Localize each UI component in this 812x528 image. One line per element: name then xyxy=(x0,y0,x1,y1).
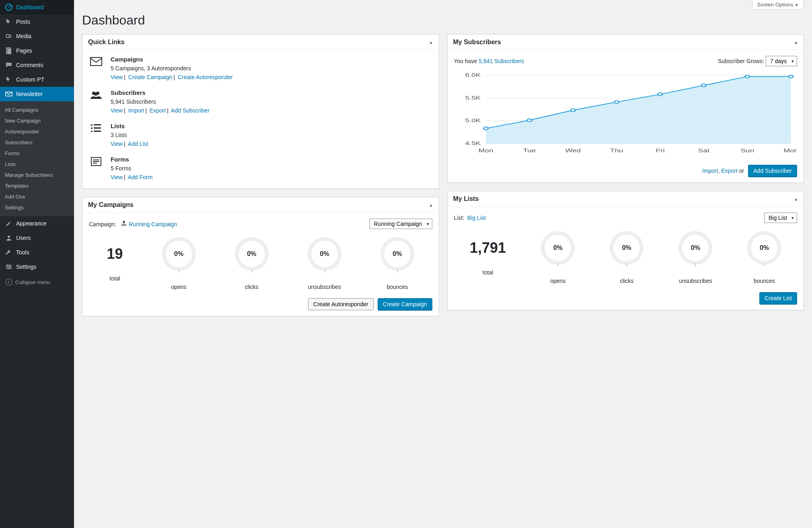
my-subscribers-header[interactable]: My Subscribers ▲ xyxy=(448,35,804,50)
sidebar-sub-all-campaigns[interactable]: All Campaigns xyxy=(0,104,74,115)
sidebar-item-label: Custom PT xyxy=(16,76,44,83)
main-content: Screen Options ▼ Dashboard Quick Links ▲… xyxy=(74,0,812,528)
sidebar-item-appearance[interactable]: Appearance xyxy=(0,216,74,231)
grows-select[interactable]: 7 days xyxy=(766,56,797,66)
svg-rect-17 xyxy=(94,127,101,129)
create-autoresponder-button[interactable]: Create Autoresponder xyxy=(308,298,374,310)
list-bounces-value: 0% xyxy=(760,244,769,252)
svg-rect-24 xyxy=(121,225,126,225)
svg-text:4.5K: 4.5K xyxy=(465,141,481,146)
ql-lists-title: Lists xyxy=(111,123,432,129)
clicks-label: clicks xyxy=(235,284,269,290)
svg-marker-33 xyxy=(486,76,791,143)
sidebar-item-label: Users xyxy=(16,235,31,241)
campaign-label: Campaign: xyxy=(89,221,116,227)
screen-options-label: Screen Options xyxy=(757,2,793,8)
create-list-button[interactable]: Create List xyxy=(759,292,797,304)
ql-add-subscriber-link[interactable]: Add Subscriber xyxy=(171,107,210,114)
grows-label: Subscriber Grows: xyxy=(718,58,764,64)
svg-text:Tue: Tue xyxy=(523,148,536,153)
sidebar-sub-settings[interactable]: Settings xyxy=(0,202,74,213)
collapse-menu-button[interactable]: Collapse menu xyxy=(0,274,74,290)
ql-export-link[interactable]: Export xyxy=(150,107,166,114)
quick-links-header[interactable]: Quick Links ▲ xyxy=(82,35,439,50)
svg-point-36 xyxy=(571,109,575,112)
svg-rect-15 xyxy=(94,124,101,125)
opens-value: 0% xyxy=(174,250,183,258)
ql-campaigns-subtitle: 5 Campaigns, 3 Autoresponders xyxy=(111,65,432,72)
sidebar-submenu: All Campaigns New Campaign Autoresponder… xyxy=(0,101,74,216)
ql-lists-subtitle: 3 Lists xyxy=(111,132,432,138)
sidebar-sub-manage-subscribers[interactable]: Manage Subscribers xyxy=(0,170,74,180)
svg-point-13 xyxy=(94,92,97,96)
sidebar-item-pages[interactable]: Pages xyxy=(0,43,74,58)
sidebar-sub-new-campaign[interactable]: New Campaign xyxy=(0,115,74,126)
my-subscribers-box: My Subscribers ▲ You have 5,941 Subscrib… xyxy=(447,34,804,183)
ql-add-form-link[interactable]: Add Form xyxy=(128,174,152,180)
svg-rect-3 xyxy=(7,49,11,54)
sidebar-sub-subscribers[interactable]: Subscribers xyxy=(0,137,74,148)
list-select[interactable]: Big List xyxy=(764,213,797,223)
add-subscriber-button[interactable]: Add Subscriber xyxy=(748,165,797,177)
you-have-text: You have xyxy=(454,58,479,64)
create-campaign-button[interactable]: Create Campaign xyxy=(378,298,432,310)
ql-lists-view-link[interactable]: View xyxy=(111,141,123,147)
ql-campaigns-view-link[interactable]: View xyxy=(111,74,123,80)
sidebar-item-custom-pt[interactable]: Custom PT xyxy=(0,72,74,87)
sidebar-item-tools[interactable]: Tools xyxy=(0,245,74,260)
sidebar-item-media[interactable]: Media xyxy=(0,29,74,43)
sidebar-item-label: Pages xyxy=(16,47,32,54)
svg-point-7 xyxy=(9,266,11,268)
list-opens-value: 0% xyxy=(553,244,563,252)
svg-point-39 xyxy=(701,84,706,87)
sidebar-sub-autoresponder[interactable]: Autoresponder xyxy=(0,126,74,137)
sidebar-item-label: Comments xyxy=(16,62,43,68)
ql-import-link[interactable]: Import xyxy=(128,107,144,114)
sidebar-sub-forms[interactable]: Forms xyxy=(0,148,74,159)
my-campaigns-box: My Campaigns ▲ Campaign: Running Campaig… xyxy=(82,197,439,316)
svg-text:Sun: Sun xyxy=(740,148,754,153)
page-title: Dashboard xyxy=(82,13,804,28)
sidebar-item-posts[interactable]: Posts xyxy=(0,14,74,29)
sidebar-item-dashboard[interactable]: Dashboard xyxy=(0,0,74,14)
ql-subscribers-view-link[interactable]: View xyxy=(111,107,123,114)
svg-rect-19 xyxy=(94,131,101,132)
export-link[interactable]: Export xyxy=(721,168,737,174)
or-text: or xyxy=(738,168,744,174)
campaign-select[interactable]: Running Campaign xyxy=(370,219,432,229)
admin-sidebar: Dashboard Posts Media Pages Comments Cus… xyxy=(0,0,74,528)
subscriber-count-link[interactable]: 5,941 Subscribers xyxy=(479,58,524,64)
svg-point-37 xyxy=(614,100,619,103)
import-link[interactable]: Import xyxy=(702,168,718,174)
sidebar-item-comments[interactable]: Comments xyxy=(0,58,74,72)
collapse-icon xyxy=(5,278,13,286)
screen-options-button[interactable]: Screen Options ▼ xyxy=(752,0,804,10)
ql-add-list-link[interactable]: Add List xyxy=(128,141,148,147)
sliders-icon xyxy=(5,263,13,271)
sidebar-sub-add-ons[interactable]: Add Ons xyxy=(0,191,74,202)
opens-label: opens xyxy=(162,284,196,290)
sidebar-item-label: Tools xyxy=(16,249,29,256)
svg-point-38 xyxy=(658,93,662,96)
list-opens-gauge: 0% xyxy=(541,231,575,265)
sidebar-sub-lists[interactable]: Lists xyxy=(0,159,74,170)
my-lists-header[interactable]: My Lists ▲ xyxy=(448,191,804,207)
my-campaigns-header[interactable]: My Campaigns ▲ xyxy=(82,197,439,213)
sidebar-sub-templates[interactable]: Templates xyxy=(0,180,74,191)
svg-point-9 xyxy=(6,279,12,285)
current-list-link[interactable]: Big List xyxy=(467,215,486,221)
sidebar-item-settings[interactable]: Settings xyxy=(0,260,74,274)
ql-subscribers-subtitle: 5,941 Subscribers xyxy=(111,98,432,105)
ql-create-autoresponder-link[interactable]: Create Autoresponder xyxy=(178,74,233,80)
ql-forms-view-link[interactable]: View xyxy=(111,174,123,180)
pin-icon xyxy=(5,76,13,84)
sidebar-item-users[interactable]: Users xyxy=(0,231,74,245)
current-campaign-link[interactable]: Running Campaign xyxy=(129,221,177,227)
ql-create-campaign-link[interactable]: Create Campaign xyxy=(128,74,173,80)
sidebar-item-label: Settings xyxy=(16,264,37,270)
svg-text:5.5K: 5.5K xyxy=(465,95,481,100)
bounces-value: 0% xyxy=(393,250,402,258)
list-clicks-gauge: 0% xyxy=(610,231,643,265)
sidebar-item-newsletter[interactable]: Newsletter xyxy=(0,87,74,101)
clicks-gauge: 0% xyxy=(235,237,269,271)
